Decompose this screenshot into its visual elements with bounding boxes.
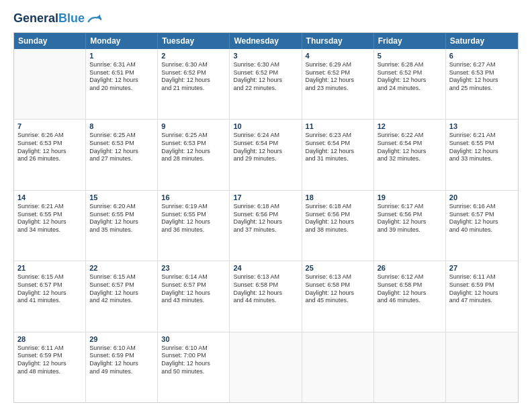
cell-info-line: Sunrise: 6:14 AM [161,273,226,281]
cell-info-line: Sunrise: 6:25 AM [89,132,154,140]
cell-info-line: and 24 minutes. [378,85,442,93]
logo: GeneralBlue [13,11,102,27]
page: GeneralBlue SundayMondayTuesdayWednesday… [0,0,532,411]
calendar-cell: 25Sunrise: 6:13 AMSunset: 6:58 PMDayligh… [302,261,374,331]
cell-info-line: and 38 minutes. [306,226,370,234]
cell-info-line: Sunset: 6:54 PM [233,140,298,148]
cell-info-line: and 22 minutes. [233,85,298,93]
cell-info-line: Sunrise: 6:13 AM [306,273,370,281]
cell-info-line: and 35 minutes. [89,226,154,234]
cell-info-line: and 34 minutes. [17,226,82,234]
cell-info-line: Daylight: 12 hours [449,289,515,298]
cell-info-line: Sunset: 6:58 PM [378,281,442,289]
calendar-header-cell: Friday [374,33,446,49]
calendar-cell: 11Sunrise: 6:23 AMSunset: 6:54 PMDayligh… [302,120,374,189]
cell-info-line: Daylight: 12 hours [161,77,226,85]
cell-info-line: Sunrise: 6:18 AM [233,203,298,211]
cell-info-line: Sunset: 6:52 PM [233,69,298,77]
cell-info-line: Sunset: 6:59 PM [17,352,82,360]
day-number: 22 [89,264,154,272]
cell-info-line: Sunset: 6:56 PM [233,211,298,219]
day-number: 8 [89,122,154,130]
cell-info-line: Daylight: 12 hours [161,360,226,368]
calendar-cell: 19Sunrise: 6:17 AMSunset: 6:56 PMDayligh… [374,191,446,261]
cell-info-line: and 48 minutes. [17,368,82,376]
cell-info-line: Daylight: 12 hours [306,77,370,85]
calendar-cell [230,332,302,402]
cell-info-line: Sunrise: 6:21 AM [17,203,82,211]
calendar-cell: 14Sunrise: 6:21 AMSunset: 6:55 PMDayligh… [14,191,86,261]
calendar-header-cell: Sunday [14,33,86,49]
cell-info-line: and 45 minutes. [306,297,370,305]
cell-info-line: Sunset: 6:55 PM [89,211,154,219]
calendar-cell: 17Sunrise: 6:18 AMSunset: 6:56 PMDayligh… [230,191,302,261]
cell-info-line: Sunset: 6:53 PM [89,140,154,148]
day-number: 10 [233,122,298,130]
cell-info-line: and 42 minutes. [89,297,154,305]
cell-info-line: Sunset: 6:59 PM [89,352,154,360]
cell-info-line: Sunset: 6:55 PM [17,211,82,219]
cell-info-line: Daylight: 12 hours [89,218,154,226]
cell-info-line: Sunrise: 6:29 AM [306,61,370,69]
cell-info-line: Sunset: 6:53 PM [161,140,226,148]
calendar-cell: 16Sunrise: 6:19 AMSunset: 6:55 PMDayligh… [158,191,230,261]
day-number: 6 [449,52,515,60]
calendar-cell [302,332,374,402]
cell-info-line: and 41 minutes. [17,297,82,305]
calendar-header-cell: Monday [86,33,158,49]
cell-info-line: Sunrise: 6:15 AM [17,273,82,281]
day-number: 18 [306,193,370,201]
cell-info-line: Sunset: 6:54 PM [306,140,370,148]
cell-info-line: Sunrise: 6:12 AM [378,273,442,281]
day-number: 24 [233,264,298,272]
calendar-cell: 28Sunrise: 6:11 AMSunset: 6:59 PMDayligh… [14,332,86,402]
cell-info-line: Sunrise: 6:11 AM [449,273,515,281]
cell-info-line: Daylight: 12 hours [306,218,370,226]
calendar-cell [14,49,86,119]
cell-info-line: Sunset: 6:52 PM [161,69,226,77]
cell-info-line: Daylight: 12 hours [233,218,298,226]
calendar-cell: 29Sunrise: 6:10 AMSunset: 6:59 PMDayligh… [86,332,158,402]
day-number: 2 [161,52,226,60]
cell-info-line: Sunset: 6:57 PM [161,281,226,289]
day-number: 25 [306,264,370,272]
calendar-week-row: 21Sunrise: 6:15 AMSunset: 6:57 PMDayligh… [14,261,518,332]
cell-info-line: Sunrise: 6:19 AM [161,203,226,211]
cell-info-line: Sunrise: 6:11 AM [17,345,82,353]
cell-info-line: Daylight: 12 hours [233,77,298,85]
cell-info-line: Sunset: 6:57 PM [17,281,82,289]
cell-info-line: Sunset: 6:52 PM [378,69,442,77]
cell-info-line: Daylight: 12 hours [17,148,82,156]
cell-info-line: and 23 minutes. [306,85,370,93]
calendar-header-cell: Wednesday [230,33,302,49]
day-number: 5 [378,52,442,60]
calendar-cell: 24Sunrise: 6:13 AMSunset: 6:58 PMDayligh… [230,261,302,331]
cell-info-line: and 28 minutes. [161,155,226,163]
day-number: 3 [233,52,298,60]
cell-info-line: Sunset: 6:53 PM [17,140,82,148]
calendar-cell [446,332,518,402]
cell-info-line: Sunrise: 6:22 AM [378,132,442,140]
calendar-header-cell: Saturday [446,33,518,49]
cell-info-line: and 31 minutes. [306,155,370,163]
calendar: SundayMondayTuesdayWednesdayThursdayFrid… [13,32,519,403]
cell-info-line: Daylight: 12 hours [378,289,442,298]
calendar-cell: 2Sunrise: 6:30 AMSunset: 6:52 PMDaylight… [158,49,230,119]
cell-info-line: Sunrise: 6:24 AM [233,132,298,140]
calendar-week-row: 1Sunrise: 6:31 AMSunset: 6:51 PMDaylight… [14,49,518,120]
cell-info-line: Daylight: 12 hours [378,218,442,226]
cell-info-line: and 27 minutes. [89,155,154,163]
cell-info-line: Daylight: 12 hours [449,218,515,226]
calendar-header: SundayMondayTuesdayWednesdayThursdayFrid… [14,33,518,49]
day-number: 23 [161,264,226,272]
cell-info-line: Daylight: 12 hours [89,360,154,368]
cell-info-line: Daylight: 12 hours [378,77,442,85]
day-number: 15 [89,193,154,201]
cell-info-line: Daylight: 12 hours [89,77,154,85]
cell-info-line: and 49 minutes. [89,368,154,376]
cell-info-line: Sunrise: 6:28 AM [378,61,442,69]
cell-info-line: Sunrise: 6:25 AM [161,132,226,140]
cell-info-line: Sunset: 6:57 PM [89,281,154,289]
calendar-cell: 22Sunrise: 6:15 AMSunset: 6:57 PMDayligh… [86,261,158,331]
cell-info-line: Daylight: 12 hours [17,289,82,298]
